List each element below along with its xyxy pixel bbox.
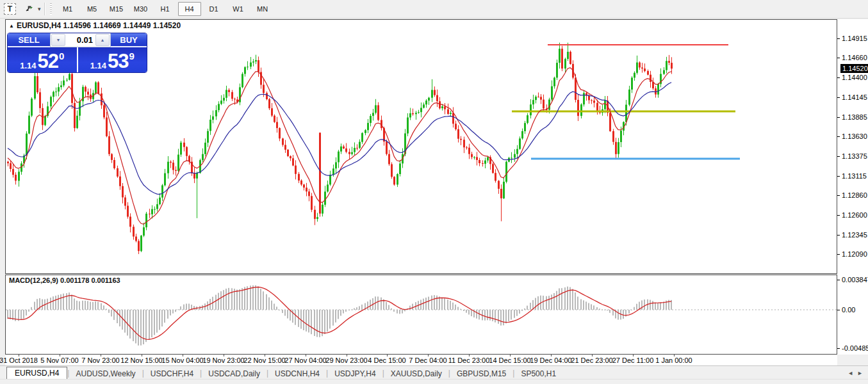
chart-tab-gbpusd-m15[interactable]: GBPUSD,M15 bbox=[450, 368, 512, 380]
sell-button-label: SELL bbox=[18, 35, 39, 45]
buy-price-prefix: 1.14 bbox=[90, 61, 106, 70]
price-axis-label: 1.14660 bbox=[842, 53, 867, 62]
macd-title: MACD(12,26,9) 0.001178 0.001163 bbox=[9, 276, 120, 284]
time-axis-label: 21 Dec 23:00 bbox=[571, 356, 612, 364]
tab-scroll-buttons: ◄ ► bbox=[848, 370, 863, 376]
price-axis-tick bbox=[837, 195, 840, 196]
price-axis-tick bbox=[837, 117, 840, 118]
timeframe-button-group: M1M5M15M30H1H4D1W1MN bbox=[56, 2, 275, 16]
chart-tab-audusd-weekly[interactable]: AUDUSD,Weekly bbox=[69, 368, 142, 380]
dropdown-caret-icon[interactable]: ▾ bbox=[38, 6, 41, 12]
price-axis-tick bbox=[837, 235, 840, 236]
macd-axis-tick bbox=[837, 280, 840, 280]
macd-canvas[interactable] bbox=[6, 275, 837, 354]
chart-ohlc-text: EURUSD,H4 1.14596 1.14669 1.14449 1.1452… bbox=[17, 21, 181, 30]
sell-price-button[interactable]: 1.14 52 0 bbox=[8, 47, 77, 72]
timeframe-button-m30[interactable]: M30 bbox=[129, 2, 152, 16]
price-axis-tick bbox=[837, 156, 840, 157]
volume-input[interactable] bbox=[66, 33, 95, 47]
volume-decrease-button[interactable]: ▼ bbox=[51, 34, 65, 46]
buy-price-sup: 9 bbox=[129, 51, 134, 61]
bottom-strip bbox=[0, 379, 868, 384]
price-axis-tick bbox=[837, 254, 840, 255]
price-axis-label: 1.13375 bbox=[842, 152, 867, 161]
time-axis-label: 27 Dec 11:00 bbox=[612, 356, 654, 364]
tab-scroll-left-icon[interactable]: ◄ bbox=[848, 370, 853, 376]
chart-tab-usdcad-daily[interactable]: USDCAD,Daily bbox=[202, 368, 266, 380]
chart-tab-xauusd-daily[interactable]: XAUUSD,Daily bbox=[384, 368, 448, 380]
price-axis-tick bbox=[837, 176, 840, 177]
timeframe-button-m5[interactable]: M5 bbox=[81, 2, 104, 16]
price-axis-tick bbox=[837, 215, 840, 216]
price-axis-label: 1.13885 bbox=[842, 113, 867, 122]
time-axis-label: 19 Nov 23:00 bbox=[202, 356, 244, 364]
macd-axis-label: -0.004856 bbox=[842, 344, 868, 353]
chart-tab-sp500-h1[interactable]: SP500,H1 bbox=[514, 368, 562, 380]
price-axis-label: 1.14145 bbox=[842, 93, 867, 102]
price-axis-label: 1.14400 bbox=[842, 73, 867, 82]
price-axis-label: 1.12860 bbox=[842, 191, 867, 200]
macd-axis-label: 0.00 bbox=[842, 305, 855, 314]
time-axis-label: 19 Dec 04:00 bbox=[530, 356, 571, 364]
time-axis-label: 14 Dec 15:00 bbox=[489, 356, 530, 364]
time-axis-label: 7 Nov 23:00 bbox=[81, 356, 119, 364]
arrange-arrows-icon[interactable] bbox=[22, 3, 37, 15]
price-axis-tick bbox=[837, 136, 840, 137]
chart-tab-usdcnh-h4[interactable]: USDCNH,H4 bbox=[268, 368, 326, 380]
buy-price-big: 53 bbox=[108, 52, 128, 70]
time-axis[interactable]: 31 Oct 20185 Nov 07:007 Nov 23:0012 Nov … bbox=[5, 355, 837, 365]
chart-tab-eurusd-h4[interactable]: EURUSD,H4 bbox=[6, 367, 67, 380]
timeframe-button-mn[interactable]: MN bbox=[251, 2, 274, 16]
price-axis-tick bbox=[837, 38, 840, 39]
price-axis-tick bbox=[837, 77, 840, 78]
timeframe-button-d1[interactable]: D1 bbox=[202, 2, 225, 16]
price-axis-label: 1.13630 bbox=[842, 132, 867, 141]
sell-price-big: 52 bbox=[37, 52, 58, 70]
timeframe-button-w1[interactable]: W1 bbox=[227, 2, 250, 16]
buy-button[interactable]: BUY bbox=[111, 33, 147, 47]
price-axis-label: 1.12600 bbox=[842, 211, 867, 220]
price-axis[interactable]: 1.149151.146601.144001.141451.138851.136… bbox=[837, 19, 868, 355]
macd-axis-tick bbox=[837, 310, 840, 310]
toolbar-separator bbox=[44, 3, 45, 15]
macd-indicator-panel[interactable] bbox=[5, 275, 837, 355]
one-click-trading-panel: SELL ▼ ▲ BUY 1.14 52 0 1.14 53 9 bbox=[7, 33, 147, 73]
sell-price-sup: 0 bbox=[59, 51, 64, 61]
time-axis-label: 5 Nov 07:00 bbox=[40, 356, 78, 364]
volume-control: ▼ ▲ bbox=[50, 33, 111, 47]
chart-ohlc-title: ▲EURUSD,H4 1.14596 1.14669 1.14449 1.145… bbox=[9, 21, 181, 30]
time-axis-label: 11 Dec 23:00 bbox=[448, 356, 490, 364]
text-label-tool-icon[interactable]: T bbox=[4, 3, 16, 15]
time-axis-label: 29 Nov 23:00 bbox=[325, 356, 367, 364]
price-axis-tick bbox=[837, 58, 840, 58]
toolbar-grip[interactable] bbox=[50, 3, 52, 15]
timeframe-button-m1[interactable]: M1 bbox=[56, 2, 79, 16]
price-axis-label: 1.12090 bbox=[842, 250, 867, 259]
price-axis-label: 1.14915 bbox=[842, 34, 867, 43]
volume-increase-button[interactable]: ▲ bbox=[95, 34, 110, 46]
timeframe-button-h1[interactable]: H1 bbox=[154, 2, 177, 16]
sell-price-prefix: 1.14 bbox=[20, 61, 36, 70]
buy-button-label: BUY bbox=[120, 35, 137, 45]
price-axis-label: 1.13115 bbox=[842, 172, 867, 180]
macd-axis-label: 0.003847 bbox=[842, 275, 868, 284]
time-axis-label: 15 Nov 04:00 bbox=[161, 356, 203, 364]
time-axis-label: 27 Nov 04:00 bbox=[284, 356, 326, 364]
price-axis-label: 1.12345 bbox=[842, 230, 867, 239]
time-axis-label: 4 Dec 15:00 bbox=[368, 356, 405, 364]
chart-tabs: EURUSD,H4|AUDUSD,Weekly|USDCHF,H4|USDCAD… bbox=[0, 367, 562, 380]
timeframe-button-h4[interactable]: H4 bbox=[178, 2, 201, 16]
chart-tab-usdjpy-h4[interactable]: USDJPY,H4 bbox=[328, 368, 382, 380]
timeframe-button-m15[interactable]: M15 bbox=[105, 2, 128, 16]
chart-tab-bar: EURUSD,H4|AUDUSD,Weekly|USDCHF,H4|USDCAD… bbox=[0, 365, 868, 380]
macd-axis-tick bbox=[837, 348, 840, 349]
caret-up-icon: ▲ bbox=[101, 38, 105, 42]
sell-button[interactable]: SELL bbox=[8, 33, 50, 47]
time-axis-label: 12 Nov 15:00 bbox=[120, 356, 162, 364]
caret-down-icon: ▼ bbox=[56, 38, 61, 42]
buy-price-button[interactable]: 1.14 53 9 bbox=[78, 47, 147, 72]
current-price-tag: 1.14520 bbox=[840, 64, 868, 73]
chart-tab-usdchf-h4[interactable]: USDCHF,H4 bbox=[144, 368, 200, 380]
tab-scroll-right-icon[interactable]: ► bbox=[857, 370, 863, 376]
time-axis-label: 31 Oct 2018 bbox=[0, 356, 38, 364]
